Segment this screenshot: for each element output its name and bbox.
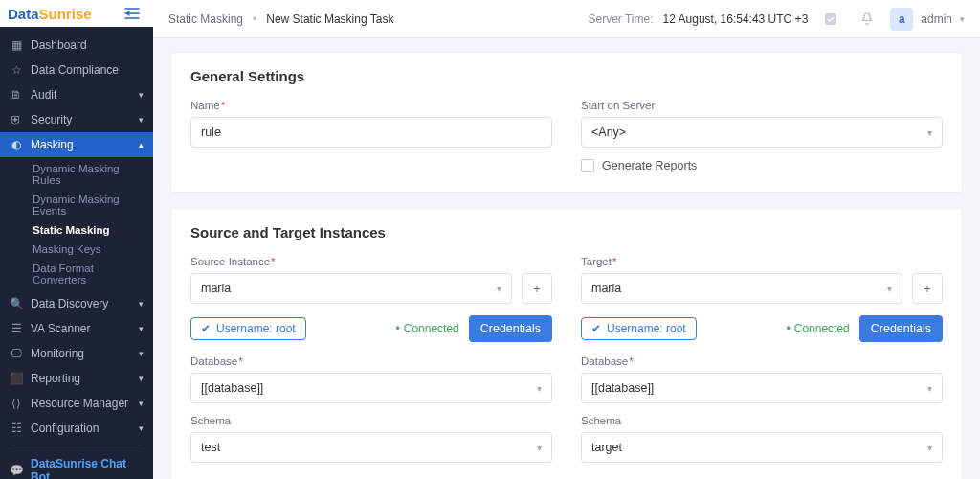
chevron-down-icon: ▾ — [927, 383, 932, 394]
shield-star-icon: ☆ — [10, 63, 23, 77]
code-icon: ⟨⟩ — [10, 397, 23, 410]
avatar: a — [890, 8, 913, 31]
logo-bar: DataSunrise — [0, 0, 153, 27]
check-circle-icon: ✔ — [591, 322, 601, 335]
add-source-instance-button[interactable]: + — [522, 273, 552, 304]
source-instance-label: Source Instance — [190, 256, 552, 267]
sidebar-item-label: VA Scanner — [31, 322, 90, 335]
mask-icon: ◐ — [10, 138, 23, 151]
sidebar-item-label: Data Compliance — [31, 63, 119, 77]
sidebar: DataSunrise ▦ Dashboard ☆ Data Complianc… — [0, 0, 153, 479]
breadcrumb-separator: • — [253, 12, 256, 26]
source-username-chip[interactable]: ✔ Username: root — [190, 317, 306, 340]
target-column: Target maria ▾ + ✔ Username: root — [581, 256, 943, 463]
sidebar-nav: ▦ Dashboard ☆ Data Compliance 🗎 Audit ▾ … — [0, 27, 153, 479]
sidebar-chatbot-label: DataSunrise Chat Bot — [31, 457, 144, 479]
source-connection-status: Connected — [396, 322, 459, 335]
chevron-down-icon: ▾ — [139, 299, 144, 308]
sidebar-item-label: Monitoring — [31, 347, 84, 360]
sidebar-toggle-icon[interactable] — [119, 0, 145, 27]
monitor-icon: 🖵 — [10, 347, 23, 360]
target-instance-label: Target — [581, 256, 943, 267]
sidebar-item-label: Audit — [31, 88, 56, 102]
chevron-down-icon: ▾ — [139, 349, 144, 358]
check-circle-icon: ✔ — [201, 322, 211, 335]
chevron-down-icon: ▾ — [537, 443, 542, 453]
sidebar-item-label: Configuration — [31, 422, 99, 435]
sidebar-item-reporting[interactable]: ⬛ Reporting ▾ — [0, 366, 153, 391]
sidebar-item-data-compliance[interactable]: ☆ Data Compliance — [0, 57, 153, 82]
generate-reports-checkbox[interactable]: Generate Reports — [581, 159, 943, 172]
sidebar-sub-masking-keys[interactable]: Masking Keys — [27, 240, 153, 259]
add-target-instance-button[interactable]: + — [912, 273, 943, 304]
chevron-down-icon: ▾ — [497, 284, 501, 294]
source-credentials-button[interactable]: Credentials — [469, 315, 552, 342]
target-instance-select[interactable]: maria ▾ — [581, 273, 902, 304]
bell-icon[interactable] — [854, 6, 880, 33]
target-schema-select[interactable]: target ▾ — [581, 432, 943, 463]
sidebar-item-data-discovery[interactable]: 🔍 Data Discovery ▾ — [0, 291, 153, 316]
start-on-server-label: Start on Server — [581, 100, 943, 111]
shield-icon: ⛨ — [10, 113, 23, 126]
chart-icon: ⬛ — [10, 372, 23, 385]
sidebar-submenu-masking: Dynamic Masking Rules Dynamic Masking Ev… — [0, 157, 153, 291]
sidebar-sub-dynamic-rules[interactable]: Dynamic Masking Rules — [27, 159, 153, 190]
sidebar-item-va-scanner[interactable]: ☰ VA Scanner ▾ — [0, 316, 153, 341]
topbar: Static Masking • New Static Masking Task… — [153, 0, 980, 38]
sidebar-item-monitoring[interactable]: 🖵 Monitoring ▾ — [0, 341, 153, 366]
source-schema-label: Schema — [190, 415, 552, 426]
source-instance-select[interactable]: maria ▾ — [190, 273, 512, 304]
panel-heading: Source and Target Instances — [190, 224, 943, 240]
target-connection-status: Connected — [787, 322, 850, 335]
sliders-icon: ☷ — [10, 422, 23, 435]
sidebar-item-resource-manager[interactable]: ⟨⟩ Resource Manager ▾ — [0, 391, 153, 416]
sidebar-item-label: Reporting — [31, 372, 80, 385]
sidebar-item-dashboard[interactable]: ▦ Dashboard — [0, 33, 153, 57]
sidebar-item-audit[interactable]: 🗎 Audit ▾ — [0, 82, 153, 107]
server-time-label: Server Time: — [589, 12, 654, 26]
search-icon: 🔍 — [10, 297, 23, 310]
breadcrumb-current: New Static Masking Task — [266, 12, 393, 26]
target-database-label: Database — [581, 355, 943, 367]
chevron-down-icon: ▾ — [537, 383, 542, 394]
chevron-down-icon: ▾ — [139, 399, 144, 408]
scan-icon: ☰ — [10, 322, 23, 335]
sidebar-item-configuration[interactable]: ☷ Configuration ▾ — [0, 416, 153, 441]
source-database-select[interactable]: [[database]] ▾ — [190, 373, 552, 403]
tasks-icon[interactable] — [817, 6, 844, 33]
start-on-server-select[interactable]: <Any> ▾ — [581, 117, 943, 148]
breadcrumb-root[interactable]: Static Masking — [168, 12, 243, 26]
target-schema-label: Schema — [581, 415, 943, 426]
sidebar-item-masking[interactable]: ◐ Masking ▴ — [0, 132, 153, 157]
panel-heading: General Settings — [190, 68, 943, 84]
source-schema-select[interactable]: test ▾ — [190, 432, 552, 463]
source-database-label: Database — [190, 355, 552, 367]
user-menu[interactable]: a admin ▾ — [890, 8, 965, 31]
generate-reports-label: Generate Reports — [602, 159, 697, 172]
sidebar-sub-dynamic-events[interactable]: Dynamic Masking Events — [27, 190, 153, 220]
sidebar-chatbot[interactable]: 💬 DataSunrise Chat Bot — [0, 449, 153, 479]
chevron-down-icon: ▾ — [139, 115, 144, 125]
sidebar-sub-static-masking[interactable]: Static Masking — [27, 220, 153, 240]
chevron-down-icon: ▾ — [887, 284, 892, 294]
username: admin — [921, 12, 952, 26]
sidebar-item-security[interactable]: ⛨ Security ▾ — [0, 107, 153, 132]
brand-logo: DataSunrise — [8, 6, 92, 22]
content-scroll[interactable]: General Settings Name rule Start on Serv… — [153, 38, 980, 479]
sidebar-sub-data-format[interactable]: Data Format Converters — [27, 259, 153, 289]
target-database-select[interactable]: [[database]] ▾ — [581, 373, 943, 403]
target-username-chip[interactable]: ✔ Username: root — [581, 317, 697, 340]
target-credentials-button[interactable]: Credentials — [859, 315, 943, 342]
name-label: Name — [190, 100, 552, 111]
chevron-down-icon: ▾ — [960, 14, 965, 24]
chat-icon: 💬 — [10, 464, 23, 477]
name-input[interactable]: rule — [190, 117, 552, 148]
sidebar-item-label: Resource Manager — [31, 397, 128, 410]
chevron-down-icon: ▾ — [139, 423, 144, 433]
checkbox-icon — [581, 159, 594, 172]
grid-icon: ▦ — [10, 38, 23, 52]
server-time-value: 12 August, 16:54:43 UTC +3 — [663, 12, 809, 26]
main-area: Static Masking • New Static Masking Task… — [153, 0, 980, 479]
chevron-down-icon: ▾ — [139, 324, 144, 333]
doc-icon: 🗎 — [10, 88, 23, 102]
